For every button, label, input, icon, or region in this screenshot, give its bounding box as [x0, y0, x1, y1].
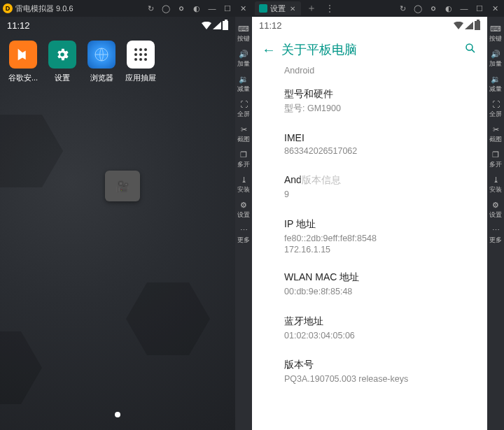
keymap-icon: ⌨ — [239, 24, 248, 34]
sync-icon[interactable]: ↻ — [144, 2, 157, 15]
minimize-icon[interactable]: — — [458, 2, 470, 15]
fullscreen-icon: ⛶ — [239, 99, 248, 109]
sidebar-vol-up[interactable]: 🔊加量 — [235, 45, 252, 70]
sidebar-more[interactable]: ⋯更多 — [487, 221, 504, 246]
sidebar-label: 安装 — [237, 187, 250, 193]
screenshot-icon: ✂ — [239, 124, 248, 134]
app-drawer[interactable]: 应用抽屉 — [122, 41, 160, 83]
sync-icon[interactable]: ↻ — [396, 2, 409, 15]
sidebar-install[interactable]: ⤓安装 — [235, 171, 252, 196]
minimize-icon[interactable]: — — [206, 2, 218, 15]
new-tab-button[interactable]: ＋ — [304, 2, 319, 15]
sidebar-setting[interactable]: ⚙设置 — [235, 196, 252, 221]
emulator-window-settings: 设置 ✕ ＋ ⋮ ↻ ◯ ⭘ ◐ — ☐ ✕ 11:12 — [252, 0, 504, 430]
search-icon[interactable] — [461, 42, 480, 58]
sidebar-keymap[interactable]: ⌨按键 — [235, 20, 252, 45]
keymap-icon: ⌨ — [491, 24, 500, 34]
sidebar-label: 加量 — [489, 61, 502, 67]
sidebar-setting[interactable]: ⚙设置 — [487, 196, 504, 221]
sidebar-label: 多开 — [489, 162, 502, 168]
settings-list[interactable]: Android 型号和硬件 型号: GM1900 IMEI 8633420265… — [252, 66, 487, 430]
sidebar-vol-up[interactable]: 🔊加量 — [487, 45, 504, 70]
tab-close-icon[interactable]: ✕ — [288, 4, 297, 13]
more-icon: ⋯ — [239, 225, 248, 235]
app-drawer-icon — [127, 41, 155, 69]
user-icon[interactable]: ◯ — [412, 2, 424, 15]
app-google-play[interactable]: 谷歌安... — [4, 41, 42, 83]
sidebar-screenshot[interactable]: ✂截图 — [487, 120, 504, 145]
sidebar-label: 安装 — [489, 187, 502, 193]
sidebar-vol-down[interactable]: 🔉减量 — [235, 70, 252, 95]
row-bluetooth[interactable]: 蓝牙地址 01:02:03:04:05:06 — [284, 308, 475, 352]
row-build[interactable]: 版本号 PQ3A.190705.003 release-keys — [284, 352, 475, 396]
page-title: 关于平板电脑 — [279, 41, 461, 58]
app-bar: ← 关于平板电脑 — [252, 34, 487, 66]
close-icon[interactable]: ✕ — [237, 2, 249, 15]
maximize-icon[interactable]: ☐ — [473, 2, 486, 15]
vol-up-icon: 🔊 — [239, 49, 248, 59]
maximize-icon[interactable]: ☐ — [221, 2, 234, 15]
sidebar-label: 多开 — [237, 162, 250, 168]
sidebar-more[interactable]: ⋯更多 — [235, 221, 252, 246]
setting-icon: ⚙ — [491, 200, 500, 210]
titlebar-left: D 雷电模拟器 9.0.6 ↻ ◯ ⭘ ◐ — ☐ ✕ — [0, 0, 252, 17]
android-home-screen[interactable]: 11:12 谷歌安... — [0, 17, 235, 430]
sidebar-label: 设置 — [489, 212, 502, 218]
row-ip[interactable]: IP 地址 fe80::2db:9eff:fe8f:8548 172.16.1.… — [284, 211, 475, 265]
screenshot-icon: ✂ — [491, 124, 500, 134]
sidebar-fullscreen[interactable]: ⛶全屏 — [487, 95, 504, 120]
home-floating-widget[interactable]: 🎥 — [105, 171, 140, 201]
sidebar-label: 全屏 — [237, 111, 250, 117]
vol-up-icon: 🔊 — [491, 49, 500, 59]
titlebar-right: 设置 ✕ ＋ ⋮ ↻ ◯ ⭘ ◐ — ☐ ✕ — [252, 0, 504, 17]
install-icon: ⤓ — [239, 175, 248, 185]
multi-icon: ❐ — [239, 150, 248, 159]
vol-down-icon: 🔉 — [239, 74, 248, 84]
sidebar-multi[interactable]: ❐多开 — [235, 145, 252, 171]
android-settings-screen[interactable]: 11:12 ← 关于平板电脑 — [252, 17, 487, 430]
app-label: 应用抽屉 — [125, 73, 156, 83]
sidebar-keymap[interactable]: ⌨按键 — [487, 20, 504, 45]
vol-down-icon: 🔉 — [491, 74, 500, 84]
app-label: 设置 — [55, 73, 70, 83]
sidebar-label: 更多 — [237, 237, 250, 243]
app-settings[interactable]: 设置 — [43, 41, 81, 83]
sidebar-vol-down[interactable]: 🔉减量 — [487, 70, 504, 95]
signal-icon — [213, 22, 221, 29]
row-model[interactable]: 型号和硬件 型号: GM1900 — [284, 81, 475, 125]
tab-title: 设置 — [270, 3, 286, 14]
home-apps-row: 谷歌安... 设置 浏览器 — [0, 34, 235, 90]
sidebar-install[interactable]: ⤓安装 — [487, 171, 504, 196]
install-icon: ⤓ — [491, 175, 500, 185]
sidebar-label: 设置 — [237, 212, 250, 218]
tab-menu-icon[interactable]: ⋮ — [322, 3, 337, 14]
play-store-icon — [9, 41, 37, 69]
signal-icon — [465, 22, 473, 29]
sidebar-fullscreen[interactable]: ⛶全屏 — [235, 95, 252, 120]
window-tab[interactable]: 设置 ✕ — [255, 1, 301, 15]
row-wlan-mac[interactable]: WLAN MAC 地址 00:db:9e:8f:85:48 — [284, 264, 475, 308]
battery-icon — [223, 21, 228, 30]
sidebar-label: 减量 — [237, 86, 250, 92]
sidebar-label: 按键 — [489, 36, 502, 42]
app-browser[interactable]: 浏览器 — [83, 41, 120, 83]
emulator-sidebar-left: ⌨按键🔊加量🔉减量⛶全屏✂截图❐多开⤓安装⚙设置⋯更多 — [235, 17, 252, 430]
row-imei[interactable]: IMEI 863342026517062 — [284, 125, 475, 168]
sidebar-label: 减量 — [489, 86, 502, 92]
lock-icon[interactable]: ⭘ — [175, 2, 188, 15]
sidebar-label: 截图 — [489, 136, 502, 143]
sidebar-label: 更多 — [489, 237, 502, 243]
eye-icon[interactable]: ◐ — [190, 2, 203, 15]
svg-line-2 — [472, 49, 475, 52]
sidebar-screenshot[interactable]: ✂截图 — [235, 120, 252, 145]
back-arrow-icon[interactable]: ← — [259, 42, 279, 58]
sidebar-multi[interactable]: ❐多开 — [487, 145, 504, 171]
user-icon[interactable]: ◯ — [160, 2, 172, 15]
close-icon[interactable]: ✕ — [489, 2, 501, 15]
eye-icon[interactable]: ◐ — [442, 2, 455, 15]
lock-icon[interactable]: ⭘ — [427, 2, 440, 15]
more-icon: ⋯ — [491, 225, 500, 235]
row-android-version[interactable]: And版本信息 9 — [284, 167, 475, 211]
sidebar-label: 截图 — [237, 136, 250, 143]
app-label: 浏览器 — [90, 73, 113, 83]
